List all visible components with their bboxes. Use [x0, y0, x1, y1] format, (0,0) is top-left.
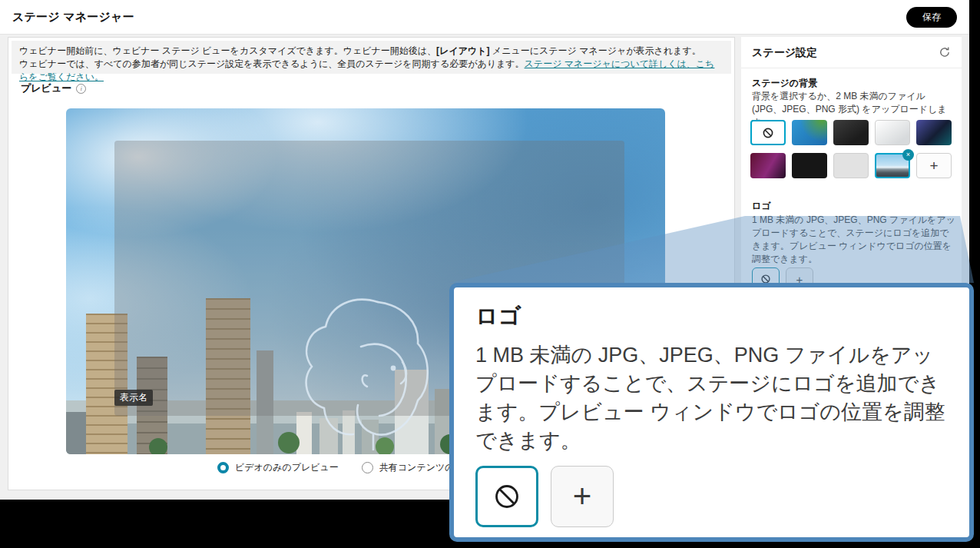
bg-thumb-light-swirl[interactable]: [875, 120, 910, 145]
callout-logo-desc: 1 MB 未満の JPG、JPEG、PNG ファイルをアップロードすることで、ス…: [475, 341, 948, 455]
sidebar-title: ステージ設定: [752, 46, 817, 60]
bg-thumb-navy-teal[interactable]: [916, 120, 952, 145]
callout-logo-add-button[interactable]: +: [551, 466, 614, 527]
no-logo-icon-large: [492, 481, 522, 512]
background-thumbnail-grid: × +: [750, 120, 952, 178]
no-background-icon: [762, 127, 774, 139]
logo-section-desc: 1 MB 未満の JPG、JPEG、PNG ファイルをアップロードすることで、ス…: [752, 214, 956, 266]
info-banner: ウェビナー開始前に、ウェビナー ステージ ビューをカスタマイズできます。ウェビナ…: [12, 41, 731, 74]
avatar-face-illustration: [287, 293, 455, 450]
refresh-icon[interactable]: [939, 46, 951, 58]
layout-menu-ref: [レイアウト]: [436, 45, 489, 56]
screen: ステージ マネージャー 保存 ウェビナー開始前に、ウェビナー ステージ ビューを…: [0, 0, 980, 548]
bg-thumb-magenta[interactable]: [750, 153, 786, 178]
display-name-label: 表示名: [114, 390, 153, 406]
radio-selected-icon[interactable]: [217, 462, 229, 473]
radio-video-only[interactable]: ビデオのみのプレビュー: [217, 461, 339, 474]
callout-logo-title: ロゴ: [475, 301, 948, 332]
bg-thumb-blue-green[interactable]: [792, 120, 827, 145]
logo-magnified-callout: ロゴ 1 MB 未満の JPG、JPEG、PNG ファイルをアップロードすること…: [449, 283, 974, 542]
bg-thumb-light-gray[interactable]: [833, 153, 869, 178]
info-icon[interactable]: i: [76, 84, 86, 94]
background-section-title: ステージの背景: [752, 77, 817, 90]
bg-thumb-none[interactable]: [750, 120, 786, 145]
callout-logo-none-button[interactable]: [475, 466, 538, 527]
bg-thumb-dark-swirl[interactable]: [833, 120, 869, 145]
bg-thumb-city-selected[interactable]: ×: [875, 153, 910, 178]
logo-section-title: ロゴ: [752, 200, 771, 213]
bg-thumb-add-button[interactable]: +: [916, 153, 952, 178]
save-button[interactable]: 保存: [906, 7, 957, 28]
remove-background-badge[interactable]: ×: [902, 149, 914, 161]
bg-thumb-black[interactable]: [792, 153, 827, 178]
page-title: ステージ マネージャー: [12, 10, 134, 25]
banner-line2: ウェビナーでは、すべての参加者が同じステージ設定を表示できるように、全員のステー…: [19, 58, 723, 84]
callout-logo-buttons: +: [475, 466, 948, 527]
header-bar: ステージ マネージャー 保存: [0, 0, 969, 35]
radio-unselected-icon[interactable]: [362, 462, 373, 473]
sidebar-divider: [741, 68, 962, 68]
preview-heading: プレビュー i: [21, 81, 86, 95]
banner-line1: ウェビナー開始前に、ウェビナー ステージ ビューをカスタマイズできます。ウェビナ…: [19, 45, 723, 58]
